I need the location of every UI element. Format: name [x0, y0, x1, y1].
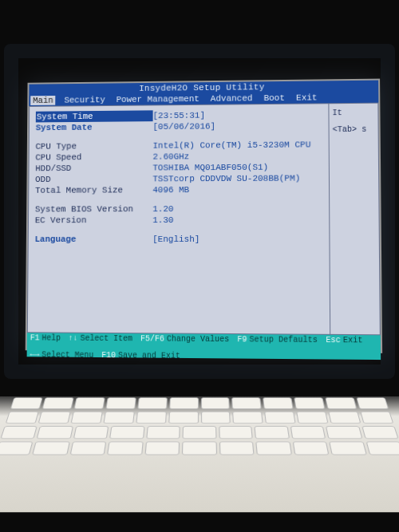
odd-row: ODDTSSTcorp CDDVDW SU-208BB(PM): [35, 172, 322, 185]
f9-defaults: F9Setup Defaults: [237, 335, 318, 345]
cpu-type-label: CPU Type: [35, 140, 152, 152]
main-panel: System Time [23:55:31] System Date [05/0…: [28, 104, 330, 334]
esc-exit: EscExit: [326, 336, 362, 345]
arrows-select-menu: ←→Select Menu: [30, 350, 93, 360]
menu-tab-main[interactable]: Main: [30, 96, 56, 105]
ec-version-row: EC Version1.30: [35, 215, 322, 227]
cpu-speed-value: 2.60GHz: [152, 151, 189, 162]
language-row[interactable]: Language [English]: [35, 234, 323, 245]
f56-change: F5/F6Change Values: [140, 334, 229, 344]
menu-tab-power[interactable]: Power Management: [114, 94, 202, 104]
bios-version-row: System BIOS Version1.20: [35, 203, 322, 215]
system-time-value[interactable]: [23:55:31]: [153, 110, 205, 121]
help-title: It: [332, 108, 374, 117]
help-panel: It <Tab> s: [329, 104, 379, 335]
ec-ver-value: 1.30: [152, 215, 173, 226]
menu-tab-security[interactable]: Security: [61, 95, 107, 104]
memory-label: Total Memory Size: [35, 184, 152, 195]
system-date-value[interactable]: [05/06/2016]: [153, 120, 216, 132]
cpu-speed-label: CPU Speed: [35, 152, 152, 164]
arrows-select-item: ↑↓Select Item: [69, 334, 132, 344]
menu-tab-exit[interactable]: Exit: [294, 93, 320, 102]
menu-tab-advanced[interactable]: Advanced: [208, 93, 255, 103]
menu-tab-boot[interactable]: Boot: [261, 93, 287, 103]
ec-ver-label: EC Version: [35, 215, 153, 226]
f10-save: F10Save and Exit: [101, 351, 180, 361]
bios-screen: InsydeH2O Setup Utility Main Security Po…: [26, 79, 382, 353]
odd-value: TSSTcorp CDDVDW SU-208BB(PM): [152, 173, 300, 185]
system-date-label: System Date: [36, 121, 153, 133]
memory-row: Total Memory Size4096 MB: [35, 183, 322, 195]
f1-help: F1Help: [30, 333, 61, 342]
cpu-type-value: Intel(R) Core(TM) i5-3230M CPU: [152, 139, 310, 151]
footer-bar: F1Help ↑↓Select Item F5/F6Change Values …: [27, 333, 381, 360]
memory-value: 4096 MB: [152, 184, 189, 195]
cpu-type-row: CPU TypeIntel(R) Core(TM) i5-3230M CPU: [35, 139, 322, 152]
language-value[interactable]: [English]: [152, 234, 200, 245]
bios-ver-label: System BIOS Version: [35, 203, 152, 215]
odd-label: ODD: [35, 173, 152, 184]
hdd-label: HDD/SSD: [35, 163, 152, 175]
hdd-value: TOSHIBA MQ01ABF050(S1): [152, 162, 268, 174]
help-text: <Tab> s: [333, 125, 375, 134]
system-time-label: System Time: [36, 110, 153, 122]
language-label: Language: [35, 234, 153, 245]
laptop-keyboard: [0, 396, 399, 512]
bios-ver-value: 1.20: [152, 203, 173, 215]
